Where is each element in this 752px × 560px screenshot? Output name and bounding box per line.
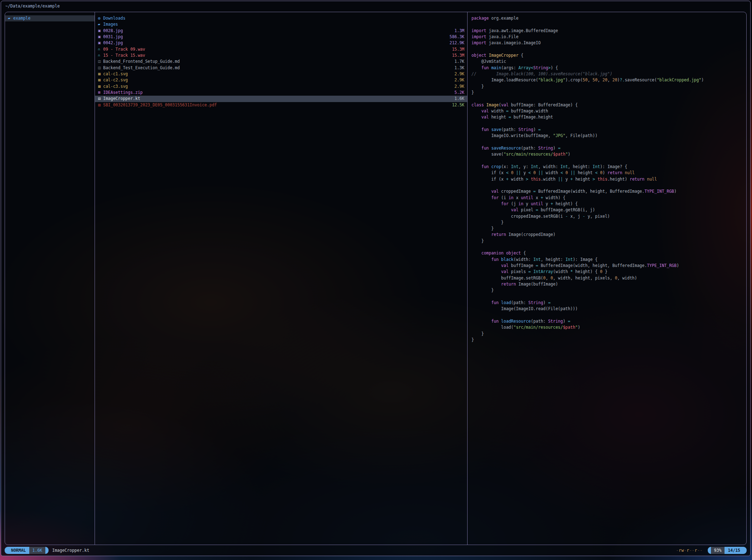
cursor-position: 14/15 [725,547,743,554]
file-size: 1.7K [454,59,464,65]
file-row[interactable]: ▣0031.jpg586.3K [95,34,467,40]
code-line: buffImage.setRGB(0, 0, width, height, pi… [468,275,746,281]
position-pill: 93% 14/15 [708,547,747,554]
file-row[interactable]: ▣0028.jpg1.3M [95,28,467,34]
code-line: object ImageCropper { [468,52,746,59]
code-line: Image(ImageIO.read(File(path))) [468,306,746,312]
file-row[interactable]: ▰example [5,15,95,21]
code-line: @JvmStatic [468,59,746,65]
scroll-percent: 93% [711,547,725,554]
position-left-cap [708,547,711,554]
permissions-text: -rw-r--r-- [676,548,702,553]
code-line [468,294,746,300]
code-line: } [468,90,746,96]
file-size: 12.5K [452,102,464,108]
parent-directory-pane: ▰example [5,12,95,545]
file-row[interactable]: ▦cal-c3.svg2.9K [95,84,467,90]
kotlin-icon: ▤ [98,96,103,102]
code-line: } [468,337,746,343]
parent-file-list: ▰example [5,15,95,21]
code-line: fun load(path: String) = [468,300,746,306]
code-line: val pixel = buffImage.getRGB(i, j) [468,207,746,213]
file-name: example [13,15,92,21]
archive-icon: ⊠ [98,90,103,96]
file-row[interactable]: ∩09 - Track 09.wav15.3M [95,46,467,52]
file-name: 0031.jpg [103,34,449,40]
file-size: 2.9K [454,71,464,77]
file-size: 15.3M [452,52,464,59]
file-size: 212.9K [449,40,464,46]
code-line: for (j in y until y + height) { [468,201,746,207]
file-row[interactable]: ▰Images [95,21,467,27]
code-line [468,96,746,102]
file-row[interactable]: ◍Downloads [95,15,467,21]
terminal-window: ~/Data/example/example ▰example ◍Downloa… [1,1,751,556]
code-line: import java.awt.image.BufferedImage [468,28,746,34]
code-line: fun main(args: Array<String>) { [468,65,746,71]
file-row[interactable]: ▦cal-c2.svg2.9K [95,77,467,83]
image-icon: ▣ [98,34,103,40]
file-name: 09 - Track 09.wav [103,46,452,52]
status-right-group: -rw-r--r-- 93% 14/15 [676,547,747,554]
code-line: } [468,238,746,244]
file-name: 15 - Track 15.wav [103,52,452,59]
file-row[interactable]: ▤ImageCropper.kt1.6K [95,96,467,102]
code-line: import java.io.File [468,34,746,40]
code-line: } [468,226,746,232]
file-name: cal-c1.svg [103,71,454,77]
file-row[interactable]: ▥SBI_0032013739_2023_DE05_0003155631Invo… [95,102,467,108]
svg-icon: ▦ [98,84,103,90]
file-row[interactable]: ◫Backend_Frontend_Setup_Guide.md1.7K [95,59,467,65]
code-line: croppedImage.setRGB(i - x, j - y, pixel) [468,213,746,220]
code-preview: package org.example import java.awt.imag… [468,15,746,343]
code-line: } [468,287,746,293]
file-name: 0028.jpg [103,28,454,34]
audio-icon: ∩ [98,52,103,59]
position-right-cap [743,547,747,554]
file-name: IDEAsettings.zip [103,90,454,96]
code-line: if (x + width > this.width || y + height… [468,176,746,182]
code-line: return Image(croppedImage) [468,232,746,238]
code-line: for (i in x until x + width) { [468,195,746,201]
file-size: 5.2K [454,90,464,96]
code-line: val pixels = IntArray(width * height) { … [468,269,746,275]
current-directory-pane: ◍Downloads▰Images▣0028.jpg1.3M▣0031.jpg5… [95,12,468,545]
code-line: ImageIO.write(buffImage, "JPG", File(pat… [468,133,746,139]
code-line: } [468,220,746,226]
file-row[interactable]: ▣0042.jpg212.9K [95,40,467,46]
code-line: save("src/main/resources/$path") [468,151,746,157]
file-name: 0042.jpg [103,40,449,46]
mode-indicator: NORMAL [8,547,29,554]
code-line [468,182,746,188]
file-name: cal-c2.svg [103,77,454,83]
pill-left-cap [5,547,8,554]
preview-pane: package org.example import java.awt.imag… [468,12,746,545]
code-line: fun crop(x: Int, y: Int, width: Int, hei… [468,164,746,170]
code-line [468,312,746,318]
file-list: ◍Downloads▰Images▣0028.jpg1.3M▣0031.jpg5… [95,15,467,108]
code-line [468,21,746,27]
folder-downloads-icon: ◍ [98,15,103,21]
file-size: 2.9K [454,77,464,83]
status-bar: NORMAL 1.6K ImageCropper.kt -rw-r--r-- 9… [5,546,747,555]
mode-pill: NORMAL 1.6K [5,547,49,554]
file-row[interactable]: ∩15 - Track 15.wav15.3M [95,52,467,59]
code-line: // Image.black(100, 100).saveResource("b… [468,71,746,77]
file-row[interactable]: ▦cal-c1.svg2.9K [95,71,467,77]
breadcrumb-path: ~/Data/example/example [1,1,750,11]
file-row[interactable]: ◫Backend_Test_Execution_Guide.md1.3K [95,65,467,71]
code-line: if (x < 0 || y < 0 || width < 0 || heigh… [468,170,746,176]
file-size: 586.3K [449,34,464,40]
file-size: 15.3M [452,46,464,52]
code-line: companion object { [468,250,746,256]
file-name: Backend_Frontend_Setup_Guide.md [103,59,454,65]
file-manager-panes: ▰example ◍Downloads▰Images▣0028.jpg1.3M▣… [5,12,747,545]
code-line: fun saveResource(path: String) = [468,145,746,151]
file-name: SBI_0032013739_2023_DE05_0003155631Invoi… [103,102,452,108]
file-size: 1.3M [454,28,464,34]
audio-icon: ∩ [98,46,103,52]
code-line [468,158,746,164]
code-line: fun save(path: String) = [468,127,746,133]
file-row[interactable]: ⊠IDEAsettings.zip5.2K [95,90,467,96]
code-line: fun black(width: Int, height: Int): Imag… [468,257,746,263]
